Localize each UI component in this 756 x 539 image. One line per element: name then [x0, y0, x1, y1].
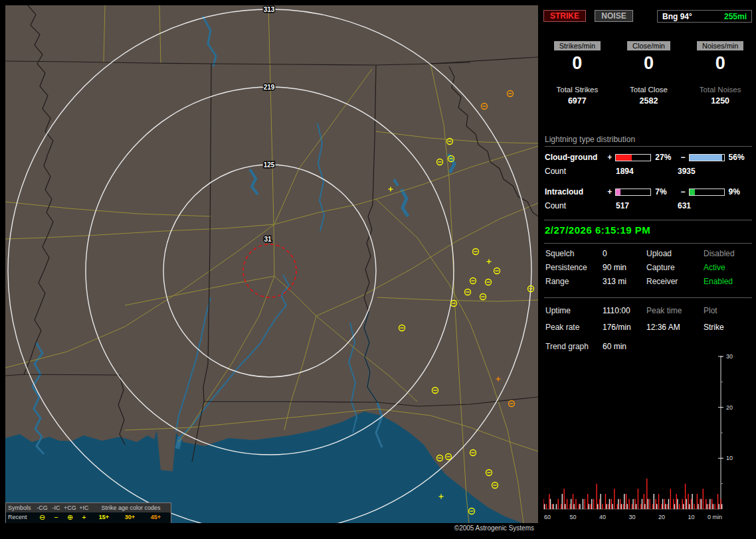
noises-per-min-label: Noises/min [697, 41, 743, 50]
cloud-ground-negative-bar [689, 154, 725, 161]
trend-x-tick: 30 [628, 514, 635, 520]
legend-row-recent: Recent ⊖ − ⊕ + 15+ 30+ 45+ [6, 512, 171, 522]
trend-y-tick: 20 [726, 404, 733, 411]
legend-age-title: Strike age color codes [91, 504, 171, 511]
range-ring-label: 125 [264, 161, 275, 169]
close-per-min-label: Close/min [627, 41, 670, 50]
lightning-distribution-section: Lightning type distribution Cloud-ground… [545, 135, 752, 210]
toolbar: STRIKE NOISE Bng 94° 255mi [543, 10, 752, 23]
peak-time-value: 12:36 AM [646, 323, 704, 332]
trend-x-tick: 0 min [708, 514, 722, 520]
trend-x-tick: 20 [658, 514, 665, 520]
noise-button[interactable]: NOISE [595, 10, 632, 22]
rate-counters: Strikes/min 0 Total Strikes 6977 Close/m… [541, 41, 756, 106]
uptime-value: 1110:00 [603, 306, 646, 315]
plot-mode-value: Strike [704, 323, 755, 332]
uptime-grid: Uptime1110:00 Peak timePlot Peak rate176… [545, 306, 755, 332]
lightning-map[interactable]: 31321912531 Symbols -CG -IC +CG +IC Stri… [5, 5, 538, 534]
circle-plus-icon: ⊕ [63, 513, 77, 522]
bearing-value: Bng 94° [662, 12, 692, 21]
cloud-ground-counts: Count 1894 3935 [545, 167, 752, 176]
trend-x-tick: 10 [688, 514, 694, 520]
close-per-min-value: 0 [613, 53, 685, 74]
alarm-ring-label: 31 [264, 236, 272, 243]
map-svg: 31321912531 [5, 5, 538, 523]
plus-icon: + [77, 513, 91, 522]
total-strikes-label: Total Strikes [541, 86, 613, 94]
noises-rate-column: Noises/min 0 Total Noises 1250 [684, 41, 756, 106]
noises-per-min-value: 0 [684, 53, 756, 74]
capture-status: Active [704, 263, 755, 272]
intracloud-row: Intracloud + 7% − 9% [545, 187, 752, 196]
strikes-per-min-value: 0 [541, 53, 613, 74]
intracloud-positive-bar [615, 189, 651, 196]
intracloud-counts: Count 517 631 [545, 201, 752, 210]
legend-header: Symbols -CG -IC +CG +IC Strike age color… [6, 503, 171, 512]
cloud-ground-positive-bar [615, 154, 651, 161]
trend-window-value: 60 min [603, 342, 646, 351]
trend-x-tick: 50 [569, 514, 576, 520]
trend-graph-label: Trend graph [545, 342, 603, 351]
circle-minus-icon: ⊖ [35, 513, 49, 522]
legend-col-pcg: +CG [63, 504, 77, 512]
close-rate-column: Close/min 0 Total Close 2582 [613, 41, 685, 106]
cloud-ground-row: Cloud-ground + 27% − 56% [545, 153, 752, 162]
distance-value: 255mi [724, 12, 747, 21]
minus-icon: − [49, 513, 63, 522]
legend-col-nic: -IC [49, 504, 63, 512]
total-close-value: 2582 [613, 96, 685, 106]
status-panel: STRIKE NOISE Bng 94° 255mi Strikes/min 0… [541, 0, 756, 539]
range-ring-label: 219 [264, 84, 275, 91]
bearing-display: Bng 94° 255mi [657, 10, 752, 23]
upload-status: Disabled [704, 249, 755, 258]
legend-col-ncg: -CG [35, 504, 49, 512]
settings-grid: Squelch0 UploadDisabled Persistence90 mi… [545, 249, 755, 286]
trend-header: Trend graph 60 min [545, 342, 755, 351]
strikes-per-min-label: Strikes/min [554, 41, 601, 50]
intracloud-negative-bar [689, 189, 725, 196]
peak-rate-value: 176/min [603, 323, 646, 332]
copyright-text: ©2005 Astrogenic Systems [5, 523, 538, 534]
total-strikes-value: 6977 [541, 96, 613, 106]
legend-symbols-title: Symbols [6, 504, 35, 511]
distribution-title: Lightning type distribution [545, 135, 752, 147]
total-noises-label: Total Noises [684, 86, 756, 94]
range-ring-label: 313 [264, 6, 275, 13]
trend-x-tick: 60 [544, 514, 551, 520]
total-close-label: Total Close [613, 86, 685, 94]
strikes-rate-column: Strikes/min 0 Total Strikes 6977 [541, 41, 613, 106]
trend-x-tick: 40 [599, 514, 606, 520]
trend-graph: 3020106050403020100 min [543, 353, 755, 530]
strike-button[interactable]: STRIKE [543, 10, 586, 22]
receiver-status: Enabled [704, 277, 755, 286]
legend-col-pic: +IC [77, 504, 91, 512]
datetime-display: 2/27/2026 6:15:19 PM [545, 224, 650, 236]
total-noises-value: 1250 [684, 96, 756, 106]
trend-y-tick: 30 [726, 353, 733, 360]
trend-y-tick: 10 [726, 455, 733, 461]
